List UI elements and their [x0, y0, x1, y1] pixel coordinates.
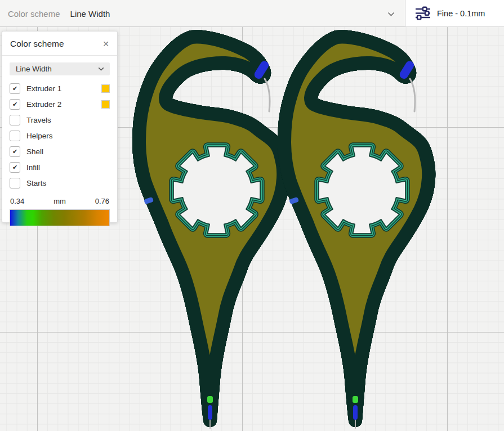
- extruder-color-swatch: [101, 100, 110, 109]
- option-label: Helpers: [26, 132, 101, 140]
- option-row-infill[interactable]: ✔ Infill: [2, 159, 117, 175]
- option-rows: ✔ Extruder 1 ✔ Extruder 2 Travels Helper…: [2, 80, 117, 191]
- sliced-model-right[interactable]: [284, 37, 429, 428]
- checkbox[interactable]: [10, 178, 20, 188]
- checkbox[interactable]: ✔: [10, 99, 20, 110]
- option-label: Shell: [26, 147, 101, 156]
- checkbox[interactable]: ✔: [10, 146, 20, 157]
- close-icon[interactable]: ✕: [102, 40, 109, 48]
- option-row-travels[interactable]: Travels: [2, 112, 117, 128]
- checkbox[interactable]: [10, 131, 20, 141]
- scheme-type-select[interactable]: Line Width: [10, 62, 110, 75]
- option-row-starts[interactable]: Starts: [2, 175, 117, 191]
- panel-title: Color scheme: [10, 39, 64, 49]
- option-label: Extruder 1: [26, 84, 101, 93]
- checkbox[interactable]: [10, 115, 20, 125]
- option-row-shell[interactable]: ✔ Shell: [2, 143, 117, 159]
- option-label: Starts: [26, 179, 101, 187]
- color-scheme-label: Color scheme: [8, 9, 60, 19]
- legend-scale: 0.34 mm 0.76: [2, 197, 117, 205]
- option-label: Travels: [26, 116, 101, 124]
- chevron-down-icon: [387, 12, 395, 16]
- option-row-extruder-1[interactable]: ✔ Extruder 1: [2, 80, 117, 96]
- checkbox[interactable]: ✔: [10, 162, 20, 173]
- extruder-color-swatch: [101, 84, 110, 93]
- legend-unit: mm: [53, 197, 66, 205]
- checkbox[interactable]: ✔: [10, 83, 20, 94]
- color-scheme-value: Line Width: [70, 9, 110, 19]
- print-settings-button[interactable]: Fine - 0.1mm: [405, 0, 504, 27]
- sliders-icon: [414, 6, 431, 21]
- scheme-type-value: Line Width: [16, 65, 52, 73]
- chevron-down-icon: [98, 67, 104, 71]
- option-label: Extruder 2: [26, 100, 101, 109]
- cura-preview-window: Color scheme Line Width Fine - 0.1mm: [0, 0, 504, 431]
- color-scheme-dropdown[interactable]: Color scheme Line Width: [0, 0, 405, 27]
- panel-divider: [2, 55, 117, 56]
- option-row-helpers[interactable]: Helpers: [2, 128, 117, 143]
- legend-min: 0.34: [10, 197, 24, 205]
- color-scheme-panel: Color scheme ✕ Line Width ✔ Extruder 1 ✔…: [2, 31, 118, 223]
- legend-max: 0.76: [95, 197, 109, 205]
- sliced-model-left[interactable]: [139, 37, 283, 428]
- option-row-extruder-2[interactable]: ✔ Extruder 2: [2, 96, 117, 112]
- option-label: Infill: [26, 163, 101, 172]
- preview-header: Color scheme Line Width Fine - 0.1mm: [0, 0, 504, 27]
- profile-label: Fine - 0.1mm: [437, 9, 485, 18]
- line-width-gradient-bar: [10, 209, 110, 226]
